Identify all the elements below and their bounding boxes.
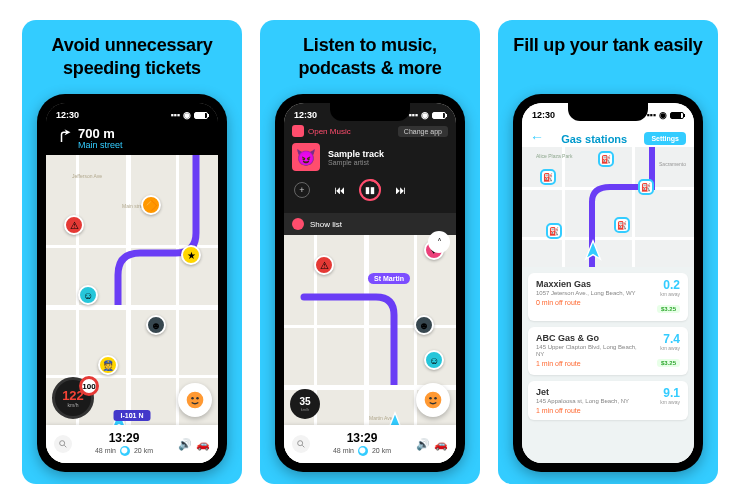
battery-icon: [432, 112, 446, 119]
station-price: $3.25: [657, 359, 680, 367]
gas-station-card[interactable]: Maxxien Gas 1057 Jeterson Ave., Long Bea…: [528, 273, 688, 321]
speed-value: 35: [299, 396, 310, 407]
hazard-marker-icon[interactable]: ⚠: [64, 215, 84, 235]
search-button[interactable]: [54, 435, 72, 453]
station-name: Maxxien Gas: [536, 279, 636, 289]
wifi-icon: ◉: [183, 110, 191, 120]
waze-mood-icon[interactable]: ☻: [146, 315, 166, 335]
waze-icon: ⬤: [120, 446, 130, 456]
status-time: 12:30: [294, 110, 317, 120]
gas-station-card[interactable]: Jet 145 Appaloosa st, Long Beach, NY 1 m…: [528, 381, 688, 420]
eta-bar[interactable]: 13:29 48 min ⬤ 20 km 🔊 🚗: [284, 425, 456, 463]
status-time: 12:30: [56, 110, 79, 120]
show-list-bar[interactable]: Show list: [284, 213, 456, 235]
play-pause-button[interactable]: ▮▮: [359, 179, 381, 201]
showcase-panel-1: Avoid unnecessary speeding tickets 12:30…: [22, 20, 242, 484]
add-track-button[interactable]: +: [294, 182, 310, 198]
map[interactable]: Alice Plaza Park Sacramento ⛽ ⛽ ⛽ ⛽ ⛽: [522, 147, 694, 267]
notch: [92, 103, 172, 121]
collapse-button[interactable]: ˄: [428, 231, 450, 253]
eta-details: 48 min ⬤ 20 km: [333, 446, 391, 456]
next-track-button[interactable]: ⏭: [395, 184, 406, 196]
speed-limit-sign: 100: [79, 376, 99, 396]
music-source[interactable]: Open Music: [292, 125, 351, 137]
station-name: ABC Gas & Go: [536, 333, 646, 343]
report-button[interactable]: [178, 383, 212, 417]
signal-icon: ▪▪▪: [408, 110, 418, 120]
svg-point-2: [196, 397, 199, 400]
screen-gas: 12:30 ▪▪▪ ◉ ← Gas stations Settings Alic…: [522, 103, 694, 463]
phone-frame: 12:30 ▪▪▪ ◉ Open Music Change app 😈: [275, 94, 465, 472]
search-icon: [58, 439, 68, 449]
report-icon: [423, 390, 443, 410]
sound-icon[interactable]: 🔊: [416, 438, 430, 451]
gas-station-pin[interactable]: ⛽: [614, 217, 630, 233]
station-detour: 1 min off route: [536, 407, 629, 414]
police-marker-icon[interactable]: 👮: [98, 355, 118, 375]
waze-icon: ⬤: [358, 446, 368, 456]
gas-station-pin[interactable]: ⛽: [540, 169, 556, 185]
panel-title: Avoid unnecessary speeding tickets: [34, 34, 230, 82]
speed-unit: km/h: [301, 407, 310, 412]
settings-button[interactable]: Settings: [644, 132, 686, 145]
screen-nav: 12:30 ▪▪▪ ◉ 700 m Main street Jefferson …: [46, 103, 218, 463]
back-button[interactable]: ←: [530, 129, 544, 145]
eta-bar[interactable]: 13:29 48 min ⬤ 20 km 🔊 🚗: [46, 425, 218, 463]
search-icon: [296, 439, 306, 449]
hazard-marker-icon[interactable]: 🔶: [141, 195, 161, 215]
station-distance: 0.2: [657, 279, 680, 291]
hazard-marker-icon[interactable]: ⚠: [314, 255, 334, 275]
track-row: 😈 Sample track Sample artist: [284, 137, 456, 177]
change-app-button[interactable]: Change app: [398, 126, 448, 137]
playlist-icon: [292, 218, 304, 230]
nav-distance: 700 m: [78, 127, 123, 140]
status-time: 12:30: [532, 110, 555, 120]
marker-icon[interactable]: ★: [181, 245, 201, 265]
eta-time: 13:29: [95, 432, 153, 445]
waze-mood-icon[interactable]: ☺: [78, 285, 98, 305]
carpool-icon[interactable]: 🚗: [196, 438, 210, 451]
waze-mood-icon[interactable]: ☻: [414, 315, 434, 335]
track-artist: Sample artist: [328, 159, 384, 166]
station-address: 145 Appaloosa st, Long Beach, NY: [536, 398, 629, 405]
nav-instruction: 700 m Main street: [54, 127, 123, 150]
signal-icon: ▪▪▪: [170, 110, 180, 120]
eta-details: 48 min ⬤ 20 km: [95, 446, 153, 456]
gas-station-list[interactable]: Maxxien Gas 1057 Jeterson Ave., Long Bea…: [522, 267, 694, 463]
svg-line-4: [64, 445, 66, 447]
place-pill[interactable]: St Martin: [368, 273, 410, 284]
current-location-icon: [582, 239, 604, 261]
report-button[interactable]: [416, 383, 450, 417]
station-distance: 7.4: [657, 333, 680, 345]
gas-station-pin[interactable]: ⛽: [598, 151, 614, 167]
route-label-chip: I-101 N: [114, 410, 151, 421]
station-price: $3.25: [657, 305, 680, 313]
speedometer[interactable]: 35 km/h: [290, 389, 320, 419]
notch: [330, 103, 410, 121]
gas-station-pin[interactable]: ⛽: [638, 179, 654, 195]
prev-track-button[interactable]: ⏮: [334, 184, 345, 196]
gas-station-card[interactable]: ABC Gas & Go 145 Upper Clapton Blvd, Lon…: [528, 327, 688, 375]
search-button[interactable]: [292, 435, 310, 453]
station-detour: 1 min off route: [536, 360, 646, 367]
svg-point-3: [60, 441, 65, 446]
carpool-icon[interactable]: 🚗: [434, 438, 448, 451]
speed-unit: km/h: [68, 402, 79, 408]
panel-title: Fill up your tank easily: [513, 34, 702, 82]
station-distance: 9.1: [660, 387, 680, 399]
wifi-icon: ◉: [421, 110, 429, 120]
svg-line-9: [302, 445, 304, 447]
waze-mood-icon[interactable]: ☺: [424, 350, 444, 370]
gas-station-pin[interactable]: ⛽: [546, 223, 562, 239]
panel-title: Listen to music, podcasts & more: [272, 34, 468, 82]
page-title: Gas stations: [561, 133, 627, 145]
notch: [568, 103, 648, 121]
station-distance-unit: km away: [657, 345, 680, 351]
battery-icon: [194, 112, 208, 119]
station-name: Jet: [536, 387, 629, 397]
phone-frame: 12:30 ▪▪▪ ◉ 700 m Main street Jefferson …: [37, 94, 227, 472]
wifi-icon: ◉: [659, 110, 667, 120]
speedometer[interactable]: 122 km/h 100: [52, 377, 94, 419]
album-art: 😈: [292, 143, 320, 171]
sound-icon[interactable]: 🔊: [178, 438, 192, 451]
